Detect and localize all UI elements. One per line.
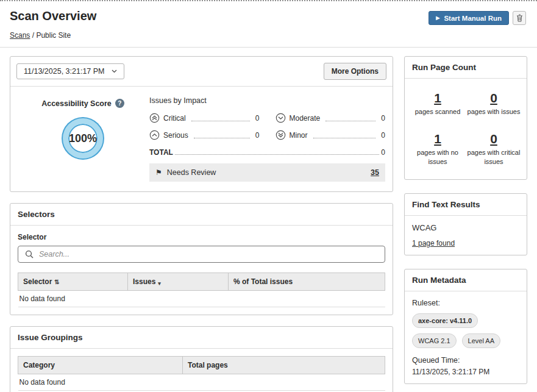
breadcrumb: Scans / Public Site — [0, 25, 537, 47]
impact-row-moderate: Moderate 0 — [276, 113, 386, 123]
dotted-leader — [175, 154, 379, 155]
impact-total-row: TOTAL 0 — [149, 148, 385, 157]
moderate-icon — [276, 113, 286, 123]
run-page-count-title: Run Page Count — [405, 57, 527, 79]
selectors-table-header-selector[interactable]: Selector⇅ — [18, 273, 128, 291]
issue-groupings-empty-text: No data found — [18, 374, 385, 391]
find-text-results-title: Find Text Results — [405, 194, 527, 216]
issue-groupings-header-total-pages: Total pages — [183, 357, 385, 374]
minor-icon — [276, 130, 286, 140]
critical-icon — [149, 113, 160, 123]
content: 11/13/2025, 3:21:17 PM More Options Acce… — [0, 48, 537, 392]
search-icon — [25, 250, 34, 258]
play-icon: ▶ — [436, 16, 439, 21]
badge-axe-core: axe-core: v4.11.0 — [412, 313, 478, 328]
scan-summary-card: 11/13/2025, 3:21:17 PM More Options Acce… — [10, 56, 393, 192]
stat-pages-critical-issues: 0 pages with critical issues — [466, 132, 522, 166]
selectors-table: Selector⇅ Issues▾ % of Total issues No d… — [18, 273, 385, 307]
issue-groupings-table: Category Total pages No data found — [18, 356, 385, 391]
find-text-results-body: WCAG 1 page found — [405, 216, 527, 255]
impact-value: 0 — [381, 131, 385, 140]
table-row: No data found — [18, 374, 385, 391]
stat-pages-scanned-label: pages scanned — [410, 107, 466, 116]
dotted-leader — [194, 138, 250, 138]
issue-groupings-card: Issue Groupings Category Total pages No … — [10, 326, 393, 392]
sort-both-icon: ⇅ — [54, 279, 59, 285]
page-title: Scan Overview — [10, 9, 96, 23]
find-text-term: WCAG — [412, 223, 519, 232]
impact-row-minor: Minor 0 — [276, 130, 386, 140]
scan-date-dropdown[interactable]: 11/13/2025, 3:21:17 PM — [16, 63, 124, 79]
selectors-card-title: Selectors — [10, 204, 393, 226]
stat-pages-critical-issues-value[interactable]: 0 — [490, 132, 497, 146]
impact-value: 0 — [381, 114, 385, 123]
impact-total-label: TOTAL — [149, 148, 173, 157]
impact-grid: Critical 0 Moderate 0 — [149, 113, 385, 140]
accessibility-score-section: Accessibility Score ? 100% — [16, 95, 149, 182]
impact-total-value: 0 — [381, 148, 385, 157]
issue-groupings-header-category: Category — [18, 357, 183, 374]
more-options-button[interactable]: More Options — [324, 63, 386, 80]
impact-row-critical: Critical 0 — [149, 113, 260, 123]
needs-review-label: Needs Review — [167, 168, 216, 177]
issues-by-impact-title: Issues by Impact — [149, 96, 385, 105]
accessibility-score-value: 100% — [69, 132, 97, 145]
start-manual-run-label: Start Manual Run — [444, 15, 502, 22]
badge-wcag: WCAG 2.1 — [412, 333, 457, 348]
sort-down-icon: ▾ — [158, 280, 161, 287]
impact-value: 0 — [255, 114, 260, 123]
selectors-table-header-issues[interactable]: Issues▾ — [128, 273, 229, 291]
stat-pages-no-issues: 1 pages with no issues — [410, 132, 466, 166]
accessibility-score-ring: 100% — [63, 118, 103, 159]
page-header: Scan Overview ▶ Start Manual Run — [0, 1, 537, 25]
issue-groupings-card-title: Issue Groupings — [10, 327, 393, 349]
accessibility-score-label-row: Accessibility Score ? — [41, 99, 124, 108]
queued-time-block: Queued Time: 11/13/2025, 3:21:17 PM — [412, 356, 519, 376]
selector-search-input[interactable] — [39, 250, 378, 258]
serious-icon — [149, 130, 160, 140]
stat-pages-no-issues-value[interactable]: 1 — [434, 132, 441, 146]
queued-time-label: Queued Time: — [412, 356, 519, 365]
flag-icon: ⚑ — [155, 168, 162, 177]
dotted-leader — [313, 138, 376, 138]
run-page-count-card: Run Page Count 1 pages scanned 0 pages w… — [404, 56, 527, 180]
stat-pages-with-issues-label: pages with issues — [466, 107, 522, 116]
scan-summary-toolbar: 11/13/2025, 3:21:17 PM More Options — [10, 57, 393, 87]
start-manual-run-button[interactable]: ▶ Start Manual Run — [429, 11, 509, 25]
ruleset-badges: axe-core: v4.11.0 WCAG 2.1 Level AA — [412, 313, 519, 348]
selectors-empty-text: No data found — [18, 291, 385, 307]
delete-scan-button[interactable] — [513, 11, 526, 25]
ruleset-label: Ruleset: — [412, 299, 519, 307]
scan-summary-body: Accessibility Score ? 100% Issues by Imp… — [10, 87, 393, 191]
needs-review-count-link[interactable]: 35 — [371, 168, 379, 177]
issues-by-impact-section: Issues by Impact Critical 0 — [149, 95, 385, 182]
selectors-card-body: Selector Selector⇅ — [10, 226, 393, 315]
impact-label: Minor — [290, 131, 308, 140]
queued-time-value: 11/13/2025, 3:21:17 PM — [412, 368, 519, 376]
issue-groupings-card-body: Category Total pages No data found — [10, 349, 393, 392]
chevron-down-icon — [112, 69, 117, 73]
stat-pages-scanned-value[interactable]: 1 — [434, 91, 441, 105]
selector-field-label: Selector — [18, 233, 385, 241]
stat-pages-with-issues-value[interactable]: 0 — [490, 91, 497, 105]
find-text-pages-found-link[interactable]: 1 page found — [412, 239, 455, 248]
stat-pages-no-issues-label: pages with no issues — [410, 148, 466, 166]
needs-review-bar: ⚑ Needs Review 35 — [149, 163, 385, 182]
selector-search-box — [18, 246, 385, 263]
impact-label: Critical — [163, 114, 186, 123]
help-question-icon[interactable]: ? — [115, 99, 124, 108]
badge-level-aa: Level AA — [462, 333, 500, 348]
dotted-leader — [191, 121, 250, 121]
run-metadata-title: Run Metadata — [405, 269, 527, 291]
run-metadata-body: Ruleset: axe-core: v4.11.0 WCAG 2.1 Leve… — [405, 291, 527, 383]
selectors-table-header-percent: % of Total issues — [229, 273, 385, 291]
breadcrumb-scans-link[interactable]: Scans — [10, 31, 30, 40]
dotted-leader — [325, 121, 375, 121]
breadcrumb-current: Public Site — [36, 31, 71, 40]
stat-pages-scanned: 1 pages scanned — [410, 91, 466, 116]
impact-label: Serious — [163, 131, 188, 140]
accessibility-score-label: Accessibility Score — [41, 99, 112, 108]
right-column: Run Page Count 1 pages scanned 0 pages w… — [404, 56, 527, 384]
impact-row-serious: Serious 0 — [149, 130, 260, 140]
selectors-card: Selectors Selector Selector⇅ — [10, 203, 393, 315]
